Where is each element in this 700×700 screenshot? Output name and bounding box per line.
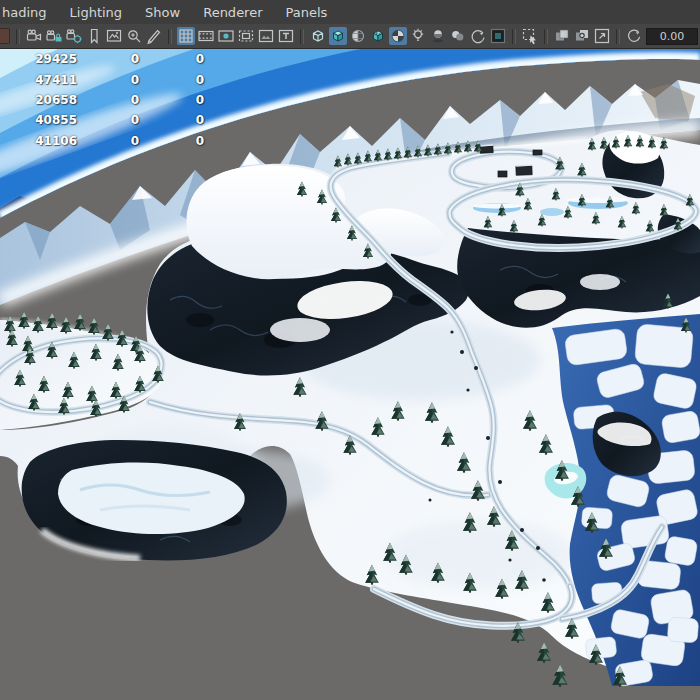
heads-up-display: 29425004741100206580040855004110600 xyxy=(0,49,204,151)
toolbar-separator xyxy=(512,29,516,44)
maya-viewport-window: 29425004741100206580040855004110600 hadi… xyxy=(0,0,700,700)
grid-icon[interactable] xyxy=(177,27,195,45)
hud-row: 4085500 xyxy=(0,110,204,130)
hud-row: 4110600 xyxy=(0,131,204,151)
occlusion-icon[interactable] xyxy=(449,27,467,45)
lock-camera-icon[interactable] xyxy=(45,27,63,45)
panel-menu-bar: hadingLightingShowRendererPanels xyxy=(0,0,700,25)
hud-value: 29425 xyxy=(0,52,77,66)
exposure-field[interactable]: 0.00 xyxy=(646,28,698,45)
hud-value: 47411 xyxy=(0,73,77,87)
hud-row: 4741100 xyxy=(0,69,204,89)
shaded-icon[interactable] xyxy=(329,27,347,45)
camera-attributes-icon[interactable] xyxy=(65,27,83,45)
hud-value: 0 xyxy=(139,134,204,148)
hud-value: 0 xyxy=(139,73,204,87)
hud-value: 20658 xyxy=(0,93,77,107)
pan-zoom-icon[interactable] xyxy=(125,27,143,45)
resolution-gate-icon[interactable] xyxy=(217,27,235,45)
lighting-icon[interactable] xyxy=(409,27,427,45)
hud-value: 0 xyxy=(77,52,139,66)
image-plane-icon[interactable] xyxy=(105,27,123,45)
panel-toolbar: 0.00 xyxy=(0,24,700,49)
hud-value: 0 xyxy=(77,93,139,107)
bookmark-icon[interactable] xyxy=(85,27,103,45)
toolbar-separator xyxy=(300,29,304,44)
toolbar-separator xyxy=(168,29,172,44)
exposure-icon[interactable] xyxy=(625,27,643,45)
menu-item-show[interactable]: Show xyxy=(145,5,193,20)
motion-blur-icon[interactable] xyxy=(469,27,487,45)
hud-value: 0 xyxy=(139,52,204,66)
hud-value: 0 xyxy=(77,134,139,148)
grease-pencil-icon[interactable] xyxy=(145,27,163,45)
select-camera-icon[interactable] xyxy=(25,27,43,45)
menu-item-lighting[interactable]: Lighting xyxy=(70,5,136,20)
hud-value: 41106 xyxy=(0,134,77,148)
gate-mask-icon[interactable] xyxy=(237,27,255,45)
hud-row: 2065800 xyxy=(0,90,204,110)
wireframe-on-shaded-icon[interactable] xyxy=(349,27,367,45)
hud-row: 2942500 xyxy=(0,49,204,69)
menu-item-renderer[interactable]: Renderer xyxy=(203,5,275,20)
safe-action-icon[interactable] xyxy=(257,27,275,45)
hud-value: 0 xyxy=(77,73,139,87)
anti-aliasing-icon[interactable] xyxy=(489,27,507,45)
wireframe-icon[interactable] xyxy=(309,27,327,45)
maximize-viewport-icon[interactable] xyxy=(593,27,611,45)
use-default-material-icon[interactable] xyxy=(389,27,407,45)
film-gate-icon[interactable] xyxy=(197,27,215,45)
hud-value: 40855 xyxy=(0,113,77,127)
hud-value: 0 xyxy=(139,113,204,127)
textured-icon[interactable] xyxy=(369,27,387,45)
toolbar-separator xyxy=(616,29,620,44)
menu-item-panels[interactable]: Panels xyxy=(286,5,341,20)
xray-icon[interactable] xyxy=(553,27,571,45)
toolbar-separator xyxy=(544,29,548,44)
hud-value: 0 xyxy=(77,113,139,127)
isolate-select-icon[interactable] xyxy=(521,27,539,45)
hud-value: 0 xyxy=(139,93,204,107)
toolbar-separator xyxy=(16,29,20,44)
menu-item-hading[interactable]: hading xyxy=(2,5,60,20)
clipped-icon[interactable] xyxy=(0,28,10,44)
safe-title-icon[interactable] xyxy=(277,27,295,45)
shadows-icon[interactable] xyxy=(429,27,447,45)
xray-joints-icon[interactable] xyxy=(573,27,591,45)
